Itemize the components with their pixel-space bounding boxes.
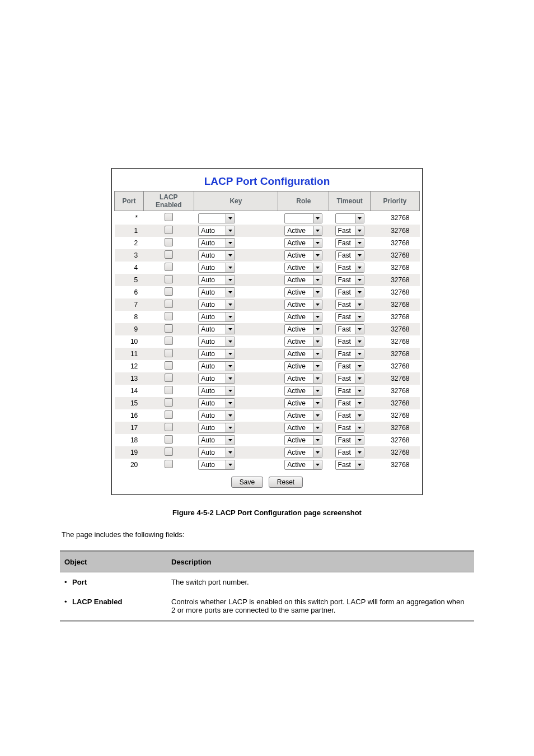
timeout-select[interactable]: Fast: [335, 349, 364, 359]
role-select[interactable]: Active: [284, 423, 322, 433]
lacp-enabled-checkbox[interactable]: [165, 275, 173, 283]
port-cell: 20: [115, 459, 144, 471]
role-select[interactable]: Active: [284, 374, 322, 384]
timeout-select[interactable]: Fast: [335, 374, 364, 384]
role-select[interactable]: Active: [284, 238, 322, 248]
key-select[interactable]: Auto: [198, 312, 235, 322]
lacp-enabled-checkbox[interactable]: [165, 410, 173, 419]
key-select[interactable]: Auto: [198, 374, 235, 384]
role-select[interactable]: Active: [284, 386, 322, 396]
timeout-select[interactable]: Fast: [335, 250, 364, 260]
timeout-select[interactable]: Fast: [335, 410, 364, 421]
role-select[interactable]: Active: [284, 287, 322, 297]
role-select[interactable]: Active: [284, 226, 322, 236]
timeout-select[interactable]: Fast: [335, 324, 364, 334]
timeout-select[interactable]: Fast: [335, 300, 364, 310]
role-select[interactable]: Active: [284, 398, 322, 408]
lacp-enabled-checkbox[interactable]: [165, 398, 173, 407]
lacp-enabled-checkbox[interactable]: [165, 374, 173, 382]
timeout-select[interactable]: Fast: [335, 435, 364, 445]
role-select[interactable]: Active: [284, 361, 322, 371]
timeout-select[interactable]: Fast: [335, 312, 364, 322]
timeout-select[interactable]: Fast: [335, 263, 364, 273]
role-select[interactable]: Active: [284, 447, 322, 458]
timeout-select[interactable]: Fast: [335, 447, 364, 458]
lacp-enabled-checkbox[interactable]: [165, 324, 173, 333]
key-select[interactable]: Auto: [198, 250, 235, 260]
lacp-enabled-checkbox[interactable]: [165, 447, 173, 456]
panel-title: LACP Port Configuration: [112, 175, 422, 188]
save-button[interactable]: Save: [231, 477, 263, 488]
key-select[interactable]: Auto: [198, 263, 235, 273]
lacp-enabled-checkbox[interactable]: [165, 213, 173, 221]
lacp-enabled-checkbox[interactable]: [165, 423, 173, 431]
role-select[interactable]: Active: [284, 275, 322, 285]
svg-marker-17: [358, 279, 362, 281]
timeout-select[interactable]: Fast: [335, 226, 364, 236]
lacp-enabled-checkbox[interactable]: [165, 460, 173, 468]
svg-marker-37: [316, 365, 320, 367]
table-row: 17AutoActiveFast32768: [115, 422, 420, 434]
lacp-enabled-checkbox[interactable]: [165, 361, 173, 370]
lacp-enabled-checkbox[interactable]: [165, 238, 173, 246]
key-select[interactable]: Auto: [198, 386, 235, 396]
chevron-down-icon: [313, 399, 322, 408]
key-select[interactable]: Auto: [198, 300, 235, 310]
timeout-select[interactable]: Fast: [335, 460, 364, 470]
role-select[interactable]: Active: [284, 337, 322, 347]
param-desc: The switch port number.: [167, 572, 474, 592]
key-select[interactable]: Auto: [198, 447, 235, 458]
key-select[interactable]: Auto: [198, 435, 235, 445]
role-select[interactable]: Active: [284, 435, 322, 445]
key-select[interactable]: Auto: [198, 226, 235, 236]
lacp-enabled-checkbox[interactable]: [165, 263, 173, 271]
lacp-enabled-checkbox[interactable]: [165, 312, 173, 320]
table-row: 20AutoActiveFast32768: [115, 459, 420, 471]
lacp-enabled-checkbox[interactable]: [165, 287, 173, 296]
key-select[interactable]: Auto: [198, 337, 235, 347]
role-select[interactable]: Active: [284, 312, 322, 322]
lacp-enabled-checkbox[interactable]: [165, 250, 173, 259]
timeout-select[interactable]: [335, 213, 364, 223]
chevron-down-icon: [226, 263, 235, 272]
reset-button[interactable]: Reset: [269, 477, 303, 488]
key-select[interactable]: Auto: [198, 324, 235, 334]
svg-marker-57: [228, 451, 232, 454]
timeout-select[interactable]: Fast: [335, 361, 364, 371]
svg-marker-46: [316, 402, 320, 404]
chevron-down-icon: [355, 337, 364, 346]
chevron-down-icon: [313, 300, 322, 309]
key-select[interactable]: Auto: [198, 361, 235, 371]
timeout-select[interactable]: Fast: [335, 423, 364, 433]
lacp-enabled-checkbox[interactable]: [165, 349, 173, 357]
lacp-enabled-checkbox[interactable]: [165, 386, 173, 394]
svg-marker-51: [228, 427, 232, 429]
timeout-select[interactable]: Fast: [335, 275, 364, 285]
timeout-select[interactable]: Fast: [335, 386, 364, 396]
lacp-enabled-checkbox[interactable]: [165, 226, 173, 234]
lacp-enabled-checkbox[interactable]: [165, 300, 173, 308]
key-select[interactable]: Auto: [198, 410, 235, 421]
role-select[interactable]: Active: [284, 410, 322, 421]
lacp-enabled-checkbox[interactable]: [165, 435, 173, 444]
timeout-select[interactable]: Fast: [335, 337, 364, 347]
key-select[interactable]: Auto: [198, 460, 235, 470]
timeout-select[interactable]: Fast: [335, 287, 364, 297]
key-select[interactable]: [198, 213, 235, 223]
role-select[interactable]: Active: [284, 300, 322, 310]
key-select[interactable]: Auto: [198, 423, 235, 433]
timeout-select[interactable]: Fast: [335, 238, 364, 248]
lacp-enabled-checkbox[interactable]: [165, 337, 173, 345]
role-select[interactable]: Active: [284, 349, 322, 359]
role-select[interactable]: Active: [284, 263, 322, 273]
key-select[interactable]: Auto: [198, 398, 235, 408]
key-select[interactable]: Auto: [198, 275, 235, 285]
role-select[interactable]: [284, 213, 322, 223]
role-select[interactable]: Active: [284, 460, 322, 470]
key-select[interactable]: Auto: [198, 287, 235, 297]
role-select[interactable]: Active: [284, 324, 322, 334]
role-select[interactable]: Active: [284, 250, 322, 260]
timeout-select[interactable]: Fast: [335, 398, 364, 408]
key-select[interactable]: Auto: [198, 238, 235, 248]
key-select[interactable]: Auto: [198, 349, 235, 359]
